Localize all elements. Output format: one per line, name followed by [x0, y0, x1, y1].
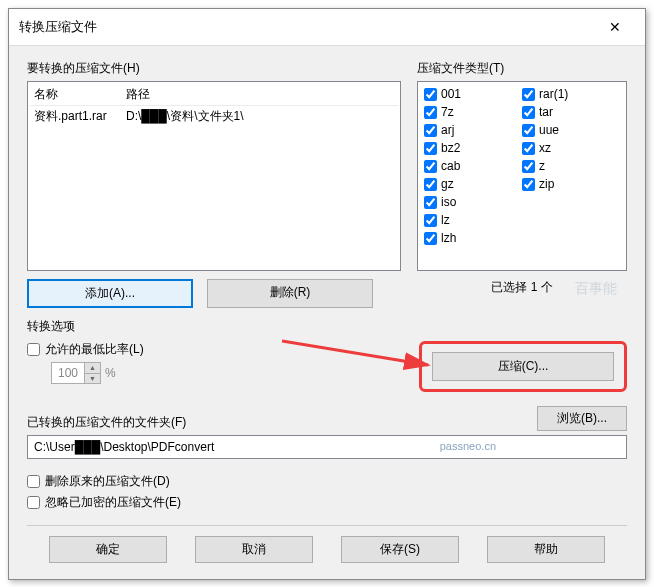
- compress-button[interactable]: 压缩(C)...: [432, 352, 614, 381]
- type-7z[interactable]: 7z: [424, 104, 522, 120]
- list-header: 名称 路径: [30, 84, 398, 106]
- type-z[interactable]: z: [522, 158, 620, 174]
- percent-label: %: [105, 366, 116, 380]
- types-col-1: 001 7z arj bz2 cab gz iso lz lzh: [424, 86, 522, 266]
- list-cell-path: D:\███\资料\文件夹1\: [122, 108, 398, 125]
- files-label: 要转换的压缩文件(H): [27, 60, 401, 77]
- watermark-text: passneo.cn: [440, 440, 496, 452]
- min-ratio-checkbox[interactable]: 允许的最低比率(L): [27, 341, 419, 358]
- add-button[interactable]: 添加(A)...: [27, 279, 193, 308]
- convert-options-section: 转换选项 允许的最低比率(L): [27, 318, 627, 392]
- divider: [27, 525, 627, 526]
- type-cab[interactable]: cab: [424, 158, 522, 174]
- spinner-up[interactable]: ▲: [85, 363, 100, 374]
- type-zip[interactable]: zip: [522, 176, 620, 192]
- selected-count: 已选择 1 个: [417, 279, 627, 296]
- type-arj[interactable]: arj: [424, 122, 522, 138]
- bottom-button-row: 确定 取消 保存(S) 帮助: [27, 536, 627, 563]
- col-header-path[interactable]: 路径: [122, 86, 398, 103]
- type-xz[interactable]: xz: [522, 140, 620, 156]
- convert-archives-dialog: 转换压缩文件 ✕ 百事能 要转换的压缩文件(H) 名称 路径 资料.part1.…: [8, 8, 646, 580]
- type-gz[interactable]: gz: [424, 176, 522, 192]
- ok-button[interactable]: 确定: [49, 536, 167, 563]
- list-row[interactable]: 资料.part1.rar D:\███\资料\文件夹1\: [30, 106, 398, 127]
- save-button[interactable]: 保存(S): [341, 536, 459, 563]
- output-folder-input[interactable]: C:\User███\Desktop\PDFconvert passneo.cn: [27, 435, 627, 459]
- list-cell-name: 资料.part1.rar: [30, 108, 122, 125]
- type-uue[interactable]: uue: [522, 122, 620, 138]
- browse-button[interactable]: 浏览(B)...: [537, 406, 627, 431]
- type-rar[interactable]: rar(1): [522, 86, 620, 102]
- output-folder-section: 已转换的压缩文件的文件夹(F) 浏览(B)... C:\User███\Desk…: [27, 406, 627, 459]
- spinner-down[interactable]: ▼: [85, 374, 100, 384]
- type-bz2[interactable]: bz2: [424, 140, 522, 156]
- types-col-2: rar(1) tar uue xz z zip: [522, 86, 620, 266]
- dialog-content: 百事能 要转换的压缩文件(H) 名称 路径 资料.part1.rar D:\██…: [9, 46, 645, 579]
- delete-original-checkbox[interactable]: 删除原来的压缩文件(D): [27, 473, 627, 490]
- files-listbox[interactable]: 名称 路径 资料.part1.rar D:\███\资料\文件夹1\: [27, 81, 401, 271]
- types-label: 压缩文件类型(T): [417, 60, 627, 77]
- col-header-name[interactable]: 名称: [30, 86, 122, 103]
- cancel-button[interactable]: 取消: [195, 536, 313, 563]
- min-ratio-spinner[interactable]: 100 ▲ ▼: [51, 362, 101, 384]
- types-box: 001 7z arj bz2 cab gz iso lz lzh rar(1) …: [417, 81, 627, 271]
- archive-types-section: 压缩文件类型(T) 001 7z arj bz2 cab gz iso lz l…: [417, 60, 627, 308]
- ignore-encrypted-checkbox[interactable]: 忽略已加密的压缩文件(E): [27, 494, 627, 511]
- type-lz[interactable]: lz: [424, 212, 522, 228]
- delete-button[interactable]: 删除(R): [207, 279, 373, 308]
- type-001[interactable]: 001: [424, 86, 522, 102]
- close-button[interactable]: ✕: [595, 15, 635, 39]
- type-iso[interactable]: iso: [424, 194, 522, 210]
- titlebar: 转换压缩文件 ✕: [9, 9, 645, 46]
- compress-highlight: 压缩(C)...: [419, 341, 627, 392]
- help-button[interactable]: 帮助: [487, 536, 605, 563]
- options-label: 转换选项: [27, 318, 627, 335]
- type-lzh[interactable]: lzh: [424, 230, 522, 246]
- files-to-convert-section: 要转换的压缩文件(H) 名称 路径 资料.part1.rar D:\███\资料…: [27, 60, 401, 308]
- folder-label: 已转换的压缩文件的文件夹(F): [27, 414, 186, 431]
- type-tar[interactable]: tar: [522, 104, 620, 120]
- window-title: 转换压缩文件: [19, 18, 97, 36]
